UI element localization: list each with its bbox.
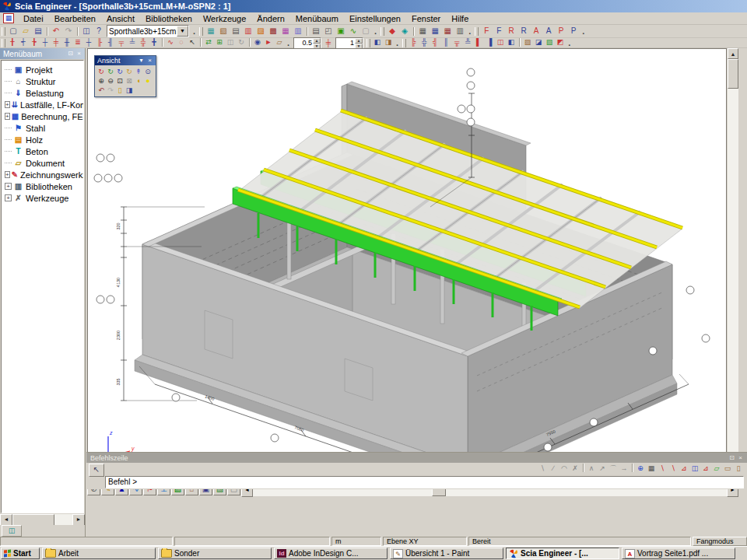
toolbar-grip[interactable]: [402, 39, 406, 47]
section-view-icon[interactable]: ◫: [495, 38, 506, 47]
view-back-icon[interactable]: F: [493, 26, 505, 36]
add-plate-icon[interactable]: ╊: [29, 38, 40, 47]
grid-settings-icon[interactable]: ▥: [292, 26, 304, 36]
taskbar-task-sonder[interactable]: Sonder: [158, 548, 272, 559]
taskbar-task-vortrag-seite1-pdf[interactable]: AVortrag Seite1.pdf ...: [622, 548, 735, 559]
close-icon[interactable]: ×: [736, 454, 745, 462]
move-icon[interactable]: ⇄: [203, 38, 214, 47]
expand-icon[interactable]: +: [5, 171, 10, 178]
help-icon[interactable]: ?: [93, 26, 105, 36]
half-right-icon[interactable]: ▐: [484, 38, 495, 47]
print-preview-icon[interactable]: ◰: [322, 26, 335, 36]
add-cross-link-icon[interactable]: ╋: [149, 38, 160, 47]
close-icon[interactable]: ×: [75, 50, 83, 58]
table-extra-icon[interactable]: ▥: [454, 26, 466, 36]
snap-box-icon[interactable]: ▭: [722, 464, 733, 474]
table-input-icon[interactable]: ▦: [429, 26, 441, 36]
snap-midpoint-icon[interactable]: ∖: [668, 464, 679, 474]
rotate-free-icon[interactable]: ↻: [124, 67, 134, 76]
layer-all-icon[interactable]: ◨: [383, 38, 394, 47]
hatch-1-icon[interactable]: ▨: [522, 38, 533, 47]
sidebar-item-projekt[interactable]: ▣Projekt: [3, 64, 83, 75]
add-node-icon[interactable]: ┼: [83, 38, 94, 47]
view-iso-icon[interactable]: P: [567, 26, 580, 36]
sidebar-item-zeichnungswerkzeuge[interactable]: +✎Zeichnungswerkzeuge: [3, 169, 83, 180]
toolbar-grip[interactable]: [2, 39, 5, 47]
view-bottom-icon[interactable]: A: [542, 26, 555, 36]
snap-intersection-icon[interactable]: ⊿: [679, 464, 689, 474]
chevron-down-icon[interactable]: ▼: [177, 26, 188, 37]
sidebar-item-stahl[interactable]: ⚑Stahl: [3, 122, 83, 134]
paint-bucket-icon[interactable]: ◖: [134, 76, 143, 86]
print-icon[interactable]: ▤: [310, 26, 322, 36]
member-axis-icon[interactable]: ║: [440, 38, 451, 47]
menu-einstellungen[interactable]: Einstellungen: [344, 13, 406, 24]
add-rib-icon[interactable]: ╪: [51, 38, 61, 47]
sidebar-item-lastf-lle-lf-kombination[interactable]: +⇊Lastfälle, LF-Kombination: [3, 99, 83, 110]
zoom-out-icon[interactable]: ⊖: [106, 76, 115, 86]
add-opening-icon[interactable]: ≣: [72, 38, 83, 47]
calculator-icon[interactable]: ▥: [242, 26, 254, 36]
mirror-icon[interactable]: ◫: [225, 38, 236, 47]
snap-arc-icon[interactable]: ◠: [559, 464, 570, 474]
sidebar-item-berechnung-fe-netz[interactable]: +▦Berechnung, FE-Netz: [3, 110, 83, 122]
table-results-icon[interactable]: ▦: [416, 26, 429, 36]
polyline-icon[interactable]: ∿: [165, 38, 176, 47]
snap-peak-icon[interactable]: ∧: [586, 464, 597, 474]
print-data-icon[interactable]: ▤: [230, 26, 242, 36]
start-button[interactable]: Start: [1, 548, 40, 559]
hatch-3-icon[interactable]: ▧: [544, 38, 555, 47]
rotate-z-icon[interactable]: ↻: [115, 67, 124, 76]
clip-plane-icon[interactable]: ◧: [506, 38, 517, 47]
new-window-icon[interactable]: ◫: [80, 26, 93, 36]
member-bottom-icon[interactable]: ╩: [462, 38, 473, 47]
scrollbar-thumb[interactable]: [728, 59, 738, 89]
command-input[interactable]: Befehl >: [105, 476, 744, 488]
add-hinge-icon[interactable]: ╢: [105, 38, 116, 47]
sidebar-item-struktur[interactable]: ⌂Struktur: [3, 75, 83, 87]
zoom-cursor-icon[interactable]: ⊙: [143, 67, 153, 76]
zoom-in-icon[interactable]: ⊕: [96, 76, 106, 86]
project-combobox[interactable]: Sporthalle3b+15cmLM ▼: [107, 25, 189, 37]
menu-bibliotheken[interactable]: Bibliotheken: [140, 13, 198, 24]
menu-menbaum[interactable]: Menübaum: [290, 13, 344, 24]
hatch-2-icon[interactable]: ◪: [533, 38, 544, 47]
expand-icon[interactable]: +: [5, 101, 10, 108]
pin-icon[interactable]: ⊡: [66, 50, 75, 58]
rotate-icon[interactable]: ↻: [236, 38, 247, 47]
document-icon[interactable]: ▩: [267, 26, 279, 36]
menu-werkzeuge[interactable]: Werkzeuge: [198, 13, 251, 24]
fly-mode-icon[interactable]: ►: [263, 38, 274, 47]
scale-spinner[interactable]: 0.5 ▲▼: [293, 37, 321, 49]
undo-icon[interactable]: ↶: [50, 26, 62, 36]
toolbar-grip[interactable]: [366, 39, 370, 47]
taskbar-task-scia-engineer[interactable]: Scia Engineer - [...: [506, 548, 619, 559]
taskbar-task-adobe-indesign-c[interactable]: IdAdobe InDesign C...: [274, 548, 388, 559]
menu-ansicht[interactable]: Ansicht: [101, 13, 140, 24]
view-axo-icon[interactable]: P: [555, 26, 567, 36]
member-top-icon[interactable]: ╦: [451, 38, 462, 47]
redo-icon[interactable]: ↷: [62, 26, 75, 36]
sidebar-item-werkzeuge[interactable]: +✗Werkzeuge: [3, 192, 83, 204]
3d-viewport[interactable]: 4130 2300 335 320 1400 7080 2400 7550: [87, 48, 727, 482]
new-document-icon[interactable]: ▢: [7, 26, 19, 36]
view-left-icon[interactable]: R: [505, 26, 517, 36]
render-mode-icon[interactable]: ◨: [124, 86, 134, 95]
snap-grid-icon[interactable]: ▦: [646, 464, 657, 474]
diagram-icon[interactable]: ∿: [347, 26, 359, 36]
member-2d-icon[interactable]: ╬: [419, 38, 430, 47]
add-subsoil-icon[interactable]: ╤: [116, 38, 127, 47]
view-right-icon[interactable]: R: [517, 26, 530, 36]
clip-box-icon[interactable]: ▯: [115, 86, 124, 95]
scroll-right-icon[interactable]: ►: [72, 514, 85, 526]
toolbar-grip[interactable]: [2, 27, 5, 36]
scroll-up-icon[interactable]: ▲: [728, 48, 738, 59]
toolbar-overflow[interactable]: .: [285, 38, 292, 47]
expand-icon[interactable]: +: [5, 113, 10, 120]
add-mesh-icon[interactable]: ╬: [138, 38, 149, 47]
sidebar-item-holz[interactable]: ▤Holz: [3, 134, 83, 145]
gallery-picture-icon[interactable]: ▨: [254, 26, 267, 36]
snap-orthogonal-icon[interactable]: ◫: [689, 464, 700, 474]
viewport-vscrollbar[interactable]: ▲ ▼: [728, 48, 738, 482]
load-panel-icon[interactable]: ▱: [274, 38, 285, 47]
